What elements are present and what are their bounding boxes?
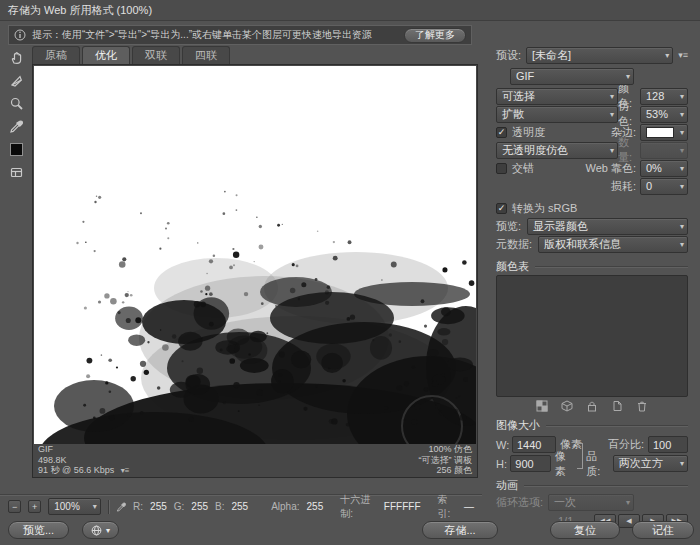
format-select[interactable]: GIF▾ bbox=[510, 68, 634, 85]
button-bar: 预览... ▾ 存储... 复位 记住 bbox=[0, 520, 700, 545]
height-unit: 像素 bbox=[555, 449, 575, 479]
panel-menu-icon[interactable]: ▾≡ bbox=[678, 50, 688, 60]
browser-select-button[interactable]: ▾ bbox=[82, 521, 119, 539]
loop-options-select[interactable]: 一次▾ bbox=[548, 494, 634, 511]
height-label: H: bbox=[496, 458, 510, 470]
chevron-down-icon: ▾ bbox=[680, 109, 684, 121]
amount-select: ▾ bbox=[640, 142, 688, 159]
tab-optimized[interactable]: 优化 bbox=[82, 46, 130, 64]
color-table bbox=[496, 275, 688, 397]
lock-color-icon[interactable] bbox=[586, 400, 598, 412]
shift-web-palette-icon[interactable] bbox=[561, 400, 573, 412]
zoom-in-button[interactable]: + bbox=[28, 500, 41, 513]
chevron-down-icon: ▾ bbox=[680, 458, 684, 470]
slice-select-tool[interactable] bbox=[5, 70, 27, 90]
loop-options-label: 循环选项: bbox=[496, 495, 543, 510]
amount-label: 数量: bbox=[618, 135, 636, 165]
chevron-down-icon: ▾ bbox=[610, 109, 614, 121]
convert-srgb-checkbox[interactable]: ✓ bbox=[496, 203, 507, 214]
tab-original[interactable]: 原稿 bbox=[32, 46, 80, 64]
hex-label: 十六进制: bbox=[340, 493, 377, 521]
dither-amount-select[interactable]: 53%▾ bbox=[640, 106, 688, 123]
b-label: B: bbox=[215, 501, 224, 512]
eyedropper-color-swatch[interactable] bbox=[5, 139, 27, 159]
percent-label: 百分比: bbox=[608, 437, 644, 452]
width-label: W: bbox=[496, 439, 512, 451]
metadata-select[interactable]: 版权和联系信息▾ bbox=[538, 236, 688, 253]
preview-palette-info: “可选择” 调板 bbox=[419, 455, 473, 466]
width-field[interactable]: 1440 bbox=[512, 436, 556, 453]
color-table-section-header: 颜色表 bbox=[496, 259, 688, 273]
chevron-down-icon: ▾ bbox=[626, 71, 630, 83]
index-label: 索引: bbox=[438, 493, 458, 521]
quality-select[interactable]: 两次立方▾ bbox=[613, 455, 688, 472]
reset-button[interactable]: 复位 bbox=[550, 521, 620, 539]
percent-field[interactable]: 100 bbox=[648, 436, 688, 453]
delete-color-icon[interactable] bbox=[636, 400, 648, 412]
chevron-down-icon: ▾ bbox=[610, 91, 614, 103]
alpha-value: 255 bbox=[307, 501, 324, 512]
color-reduction-select[interactable]: 可选择▾ bbox=[496, 88, 618, 105]
g-label: G: bbox=[174, 501, 185, 512]
transparency-dither-row: 无透明度仿色▾ 数量: ▾ bbox=[496, 141, 688, 159]
preset-select[interactable]: [未命名]▾ bbox=[526, 47, 673, 64]
dither-row: 扩散▾ 仿色: 53%▾ bbox=[496, 105, 688, 123]
transparency-label: 透明度 bbox=[512, 125, 545, 140]
preview-file-size: 498.8K bbox=[38, 455, 129, 466]
chevron-down-icon: ▾ bbox=[680, 221, 684, 233]
zoom-out-button[interactable]: − bbox=[8, 500, 21, 513]
window-titlebar: 存储为 Web 所用格式 (100%) bbox=[0, 0, 700, 21]
save-for-web-dialog: 存储为 Web 所用格式 (100%) 提示：使用“文件”>“导出”>“导出为.… bbox=[0, 0, 700, 545]
learn-more-button[interactable]: 了解更多 bbox=[404, 28, 466, 43]
new-color-icon[interactable] bbox=[611, 400, 623, 412]
preset-row: 预设: [未命名]▾ ▾≡ bbox=[496, 46, 688, 64]
tab-2up[interactable]: 双联 bbox=[132, 46, 180, 64]
transparency-checkbox[interactable]: ✓ bbox=[496, 127, 507, 138]
hand-tool[interactable] bbox=[5, 47, 27, 67]
tab-4up[interactable]: 四联 bbox=[182, 46, 230, 64]
transparency-row: ✓ 透明度 杂边: ▾ bbox=[496, 123, 688, 141]
preview-mode-label: 预览: bbox=[496, 219, 521, 234]
hex-value: FFFFFF bbox=[384, 501, 421, 512]
height-field[interactable]: 900 bbox=[510, 455, 550, 472]
interlaced-checkbox[interactable] bbox=[496, 163, 507, 174]
image-height-row: H: 900 像素 品质: 两次立方▾ bbox=[496, 454, 688, 473]
eyedropper-tool[interactable] bbox=[5, 116, 27, 136]
preview-tabs: 原稿 优化 双联 四联 bbox=[32, 46, 230, 64]
lossy-label: 损耗: bbox=[611, 179, 636, 194]
optimized-preview-canvas[interactable] bbox=[34, 66, 476, 444]
b-value: 255 bbox=[231, 501, 248, 512]
transparency-dither-select[interactable]: 无透明度仿色▾ bbox=[496, 142, 618, 159]
matte-swatch bbox=[646, 127, 674, 138]
r-value: 255 bbox=[150, 501, 167, 512]
r-label: R: bbox=[133, 501, 143, 512]
matte-select[interactable]: ▾ bbox=[640, 124, 688, 141]
zoom-level-select[interactable]: 100%▾ bbox=[48, 498, 101, 515]
current-color-swatch bbox=[10, 143, 23, 156]
window-title: 存储为 Web 所用格式 (100%) bbox=[8, 4, 152, 16]
chevron-down-icon: ▾ bbox=[680, 239, 684, 251]
lossy-select[interactable]: 0▾ bbox=[640, 178, 688, 195]
download-speed-menu-icon[interactable]: ▾≡ bbox=[121, 466, 130, 475]
preview-colors-info: 256 颜色 bbox=[419, 465, 473, 476]
optimize-settings-panel: 预设: [未命名]▾ ▾≡ GIF▾ 可选择▾ 颜色: 128▾ 扩散▾ 仿色 bbox=[486, 46, 694, 529]
convert-srgb-label: 转换为 sRGB bbox=[512, 201, 577, 216]
alpha-label: Alpha: bbox=[271, 501, 299, 512]
chevron-down-icon: ▾ bbox=[680, 163, 684, 175]
chevron-down-icon: ▾ bbox=[93, 501, 97, 513]
preview-in-browser-button[interactable]: 预览... bbox=[8, 521, 69, 539]
web-snap-select[interactable]: 0%▾ bbox=[640, 160, 688, 177]
quality-label: 品质: bbox=[586, 449, 608, 479]
save-button[interactable]: 存储... bbox=[422, 521, 498, 539]
toggle-slices-visibility-tool[interactable] bbox=[5, 162, 27, 182]
map-transparency-icon[interactable] bbox=[536, 400, 548, 412]
tip-text: 提示：使用“文件”>“导出”>“导出为...”或右键单击某个图层可更快速地导出资… bbox=[32, 28, 398, 42]
preview-mode-select[interactable]: 显示器颜色▾ bbox=[527, 218, 688, 235]
remember-button[interactable]: 记住 bbox=[632, 521, 694, 539]
colors-select[interactable]: 128▾ bbox=[640, 88, 688, 105]
browser-globe-icon bbox=[91, 525, 102, 536]
dither-method-select[interactable]: 扩散▾ bbox=[496, 106, 618, 123]
chevron-down-icon: ▾ bbox=[680, 91, 684, 103]
animation-section-header: 动画 bbox=[496, 478, 688, 492]
zoom-tool[interactable] bbox=[5, 93, 27, 113]
